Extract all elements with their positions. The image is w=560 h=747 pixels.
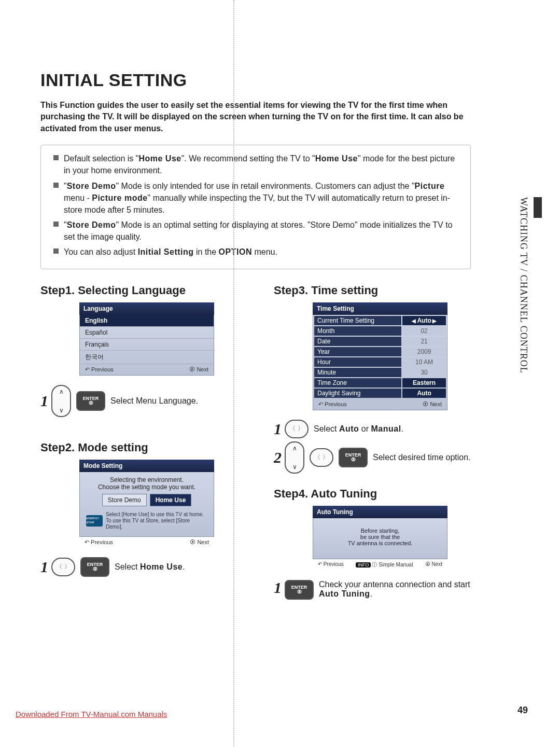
right-column: Step3. Time setting Time Setting Current… — [274, 284, 486, 603]
osd-next[interactable]: Next — [189, 366, 208, 373]
steps-columns: Step1. Selecting Language Language Engli… — [40, 284, 486, 603]
osd-title: Language — [79, 302, 214, 315]
leftright-icon: 〈 〉 — [285, 420, 309, 438]
osd-time-setting: Time Setting Current Time Setting◀ Auto … — [313, 302, 447, 410]
bullet-icon — [53, 155, 59, 160]
left-column: Step1. Selecting Language Language Engli… — [40, 284, 253, 603]
osd-auto-tuning: Auto Tuning Before starting, be sure tha… — [313, 506, 447, 571]
time-value[interactable]: 10 AM — [402, 357, 446, 367]
autotune-msg: be sure that the — [318, 534, 442, 540]
step4-instruction: Check your antenna connection and start … — [319, 580, 470, 599]
step2-instruction: Select Home Use. — [115, 562, 185, 572]
note-4: You can also adjust Initial Setting in t… — [64, 246, 277, 258]
mode-line2: Choose the setting mode you want. — [84, 483, 209, 491]
osd-title: Mode Setting — [79, 460, 214, 472]
step2-heading: Step2. Mode setting — [40, 441, 253, 454]
intro-text: This Function guides the user to easily … — [40, 100, 471, 134]
enter-button-icon: ENTER⦿ — [80, 557, 109, 577]
step-number-1: 1 — [40, 393, 48, 409]
note-3: "Store Demo" Mode is an optimal setting … — [64, 219, 461, 243]
time-value[interactable]: Eastern — [402, 378, 446, 388]
osd-previous[interactable]: Previous — [85, 366, 114, 373]
autotune-msg: TV antenna is connected. — [318, 540, 442, 546]
language-option-francais[interactable]: Français — [80, 339, 214, 351]
section-tab: WATCHING TV / CHANNEL CONTROL — [518, 197, 529, 374]
leftright-icon: 〈 〉 — [310, 448, 333, 467]
note-box: Default selection is "Home Use". We reco… — [40, 145, 471, 269]
step-number-1: 1 — [274, 421, 282, 437]
mode-tiny-text: Select [Home Use] to use this TV at home… — [106, 511, 207, 530]
time-value[interactable]: 30 — [402, 368, 446, 377]
option-store-demo[interactable]: Store Demo — [102, 494, 147, 506]
time-setting-table: Current Time Setting◀ Auto ▶ Month02 Dat… — [313, 315, 447, 399]
osd-previous[interactable]: Previous — [318, 561, 344, 569]
time-value[interactable]: 21 — [402, 337, 446, 346]
step4-heading: Step4. Auto Tuning — [274, 487, 486, 501]
time-value[interactable]: Auto — [402, 389, 446, 398]
osd-title: Auto Tuning — [313, 506, 447, 518]
osd-info-simple[interactable]: INFOⓘ Simple Manual — [356, 561, 413, 569]
time-value[interactable]: 02 — [402, 326, 446, 336]
step3-instruction-2: Select desired time option. — [373, 453, 471, 462]
enter-button-icon: ENTER⦿ — [339, 448, 368, 467]
step1-instruction: Select Menu Language. — [110, 396, 198, 406]
language-option-english[interactable]: English — [80, 315, 214, 327]
language-option-espanol[interactable]: Español — [80, 327, 214, 339]
bullet-icon — [53, 248, 59, 254]
step-number-2: 2 — [274, 450, 282, 465]
note-2: "Store Demo" Mode is only intended for u… — [64, 180, 461, 216]
step-number-1: 1 — [40, 559, 48, 575]
enter-button-icon: ENTER⦿ — [285, 580, 314, 600]
step3-heading: Step3. Time setting — [274, 284, 486, 297]
osd-next[interactable]: Next — [423, 401, 442, 408]
osd-next[interactable]: Next — [425, 561, 442, 569]
thumb-index-notch — [534, 197, 542, 218]
step1-heading: Step1. Selecting Language — [40, 284, 253, 297]
option-home-use[interactable]: Home Use — [150, 494, 192, 506]
step-number-1: 1 — [274, 580, 282, 596]
page-title: INITIAL SETTING — [40, 70, 524, 90]
energy-star-icon: ENERGY STAR — [86, 515, 103, 527]
updown-icon: ∧∨ — [51, 385, 71, 417]
updown-icon: ∧∨ — [285, 441, 304, 474]
note-1: Default selection is "Home Use". We reco… — [64, 153, 461, 176]
leftright-icon: 〈 〉 — [51, 558, 75, 576]
step3-instruction-1: Select Auto or Manual. — [314, 424, 403, 434]
osd-title: Time Setting — [313, 302, 447, 315]
osd-next[interactable]: Next — [190, 539, 209, 546]
enter-button-icon: ENTER⦿ — [76, 391, 105, 411]
bullet-icon — [53, 222, 59, 227]
bullet-icon — [53, 183, 59, 188]
osd-previous[interactable]: Previous — [85, 539, 113, 546]
osd-previous[interactable]: Previous — [318, 401, 347, 408]
page-number: 49 — [517, 705, 528, 716]
osd-language: Language English Español Français 한국어 Pr… — [79, 302, 214, 376]
language-option-korean[interactable]: 한국어 — [80, 351, 214, 364]
manual-page: WATCHING TV / CHANNEL CONTROL 49 Downloa… — [0, 0, 560, 747]
osd-mode-setting: Mode Setting Selecting the environment. … — [79, 460, 214, 548]
autotune-msg: Before starting, — [318, 528, 442, 534]
time-value[interactable]: 2009 — [402, 347, 446, 356]
source-link[interactable]: Downloaded From TV-Manual.com Manuals — [16, 710, 167, 718]
time-value[interactable]: ◀ Auto ▶ — [402, 316, 446, 325]
mode-line1: Selecting the environment. — [84, 476, 209, 483]
